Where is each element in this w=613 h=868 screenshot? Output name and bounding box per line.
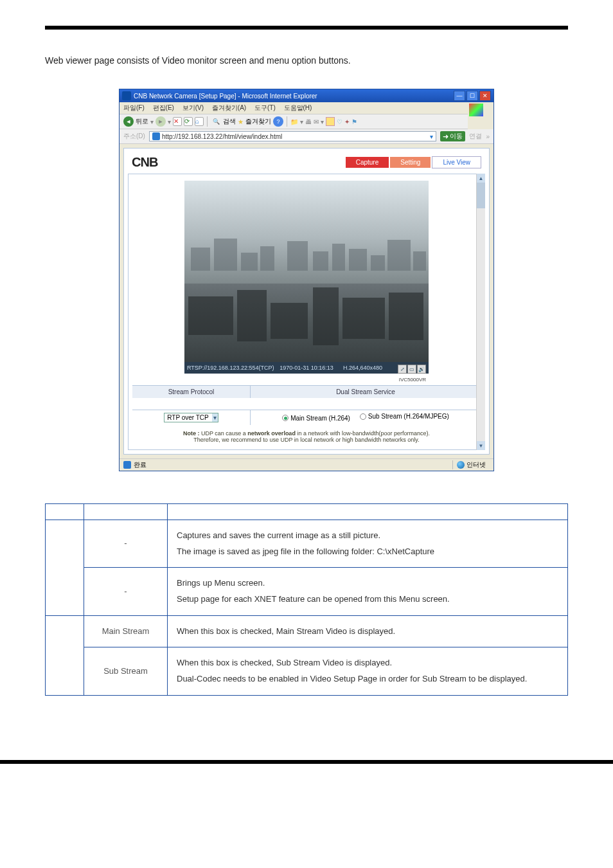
expand-icon[interactable]: ⤢	[398, 365, 407, 374]
scroll-up-icon[interactable]: ▲	[477, 174, 485, 183]
radio-selected-icon	[282, 415, 289, 421]
menu-tools[interactable]: 도구(T)	[254, 104, 276, 111]
table-row: Sub Stream When this box is checked, Sub…	[46, 647, 568, 695]
window-title: CNB Network Camera [Setup Page] - Micros…	[134, 93, 317, 100]
stop-icon[interactable]: ✕	[173, 117, 182, 126]
menu-file[interactable]: 파일(F)	[123, 104, 145, 111]
table-row: - Captures and saves the current image a…	[46, 520, 568, 568]
print-icon[interactable]: 🖶	[305, 118, 312, 125]
sub-stream-radio[interactable]: Sub Stream (H.264/MJPEG)	[360, 413, 449, 420]
divider-bottom	[0, 760, 613, 764]
scrollbar[interactable]: ▲ ▼	[476, 174, 485, 450]
links-chevron-icon[interactable]: »	[486, 133, 490, 140]
capture-button[interactable]: Capture	[346, 157, 389, 168]
heart-icon[interactable]: ♡	[337, 118, 342, 125]
forward-icon[interactable]: ►	[155, 116, 166, 127]
toolbar: ◄ 뒤로 ▾ ► ▾ ✕ ⟳ ⌂ 🔍 검색 ★ 즐겨찾기 ? 📁▾ 🖶 ✉▾ ♡…	[120, 114, 468, 129]
ie-icon	[122, 91, 131, 100]
r1-desc: Captures and saves the current image as …	[168, 520, 568, 568]
options-value-row: RTP over TCP Main Stream (H.264) Sub Str…	[132, 410, 481, 425]
radio-unselected-icon	[360, 413, 366, 420]
video-monitor: RTSP://192.168.123.22:554(TCP) 1970-01-3…	[184, 181, 429, 374]
overlay-rtsp: RTSP://192.168.123.22:554(TCP)	[187, 365, 274, 371]
cnb-logo: CNB	[132, 155, 157, 170]
r2-desc: Brings up Menu screen. Setup page for ea…	[168, 568, 568, 615]
browser-status-bar: 완료 인터넷	[120, 458, 493, 471]
model-label: IVC5000VR	[399, 377, 426, 383]
url-dropdown-icon[interactable]: ▾	[430, 133, 433, 140]
cnb-header: CNB Capture Setting Live View	[128, 152, 485, 172]
status-page-icon	[123, 461, 131, 469]
folder-icon[interactable]: 📁	[290, 118, 298, 125]
overlay-timestamp: 1970-01-31 10:16:13	[280, 365, 333, 371]
r4-sub: Sub Stream	[84, 647, 168, 695]
hdr-dual-stream: Dual Stream Service	[250, 386, 481, 398]
hdr-cell-3	[168, 504, 568, 520]
browser-window: CNB Network Camera [Setup Page] - Micros…	[119, 89, 494, 471]
windows-flag-icon	[469, 104, 483, 116]
table-row: Main Stream When this box is checked, Ma…	[46, 615, 568, 647]
r3-sub: Main Stream	[84, 615, 168, 647]
stream-protocol-value: RTP over TCP	[167, 414, 208, 421]
menu-fav[interactable]: 즐겨찾기(A)	[212, 104, 246, 111]
inner-panel: RTSP://192.168.123.22:554(TCP) 1970-01-3…	[128, 174, 485, 450]
status-zone: 인터넷	[466, 460, 486, 469]
url-text: http://192.168.123.22/html/view/index.ht…	[162, 133, 282, 140]
intro-text: Web viewer page consists of Video monito…	[45, 55, 568, 66]
r1-sub: -	[84, 520, 168, 568]
close-button[interactable]: ✕	[479, 91, 491, 101]
menu-bar: 파일(F) 편집(E) 보기(V) 즐겨찾기(A) 도구(T) 도움말(H)	[120, 102, 493, 114]
table-header-row	[46, 504, 568, 520]
table-row: - Brings up Menu screen. Setup page for …	[46, 568, 568, 615]
hdr-cell-1	[46, 504, 84, 520]
speaker-icon[interactable]: 🔊	[417, 365, 426, 374]
description-table: - Captures and saves the current image a…	[45, 503, 568, 696]
r4-desc: When this box is checked, Sub Stream Vid…	[168, 647, 568, 695]
go-arrow-icon: ➜	[443, 132, 449, 141]
options-header-row: Stream Protocol Dual Stream Service	[132, 385, 481, 398]
r2-sub: -	[84, 568, 168, 615]
mail-icon[interactable]: ✉	[314, 118, 319, 125]
minimize-button[interactable]: —	[454, 91, 465, 101]
stream-protocol-select[interactable]: RTP over TCP	[164, 413, 218, 422]
home-icon[interactable]: ⌂	[195, 117, 204, 126]
divider-top	[45, 26, 568, 30]
favorites-label[interactable]: 즐겨찾기	[245, 117, 271, 126]
favorites-icon[interactable]: ★	[238, 118, 244, 125]
back-label[interactable]: 뒤로	[136, 117, 148, 126]
help-icon[interactable]: ?	[273, 116, 283, 127]
links-label[interactable]: 연결	[469, 132, 482, 141]
page-content: CNB Capture Setting Live View	[123, 148, 490, 455]
net-icon[interactable]: ✦	[344, 118, 350, 125]
menu-help[interactable]: 도움말(H)	[284, 104, 312, 111]
r3-desc: When this box is checked, Main Stream Vi…	[168, 615, 568, 647]
video-status-strip: RTSP://192.168.123.22:554(TCP) 1970-01-3…	[184, 362, 429, 374]
main-stream-label: Main Stream (H.264)	[290, 415, 350, 422]
messenger-icon[interactable]: ⚑	[351, 118, 357, 125]
overlay-codec: H.264,640x480	[343, 365, 382, 371]
scroll-thumb[interactable]	[477, 183, 485, 208]
main-stream-radio[interactable]: Main Stream (H.264)	[282, 415, 350, 422]
menu-edit[interactable]: 편집(E)	[153, 104, 174, 111]
maximize-button[interactable]: ☐	[466, 91, 478, 101]
setting-button[interactable]: Setting	[390, 157, 431, 168]
notes-icon[interactable]	[326, 117, 335, 126]
page-icon	[152, 132, 160, 140]
refresh-icon[interactable]: ⟳	[184, 117, 193, 126]
hdr-stream-protocol: Stream Protocol	[132, 386, 250, 398]
address-bar: 주소(D) http://192.168.123.22/html/view/in…	[120, 129, 493, 144]
go-button[interactable]: ➜ 이동	[440, 131, 465, 141]
address-label: 주소(D)	[123, 132, 145, 141]
menu-view[interactable]: 보기(V)	[182, 104, 204, 111]
display-icon[interactable]: ▭	[407, 365, 416, 374]
note-text: Note : UDP can cause a network overload …	[132, 425, 481, 446]
group-stream-cell	[46, 615, 84, 695]
back-icon[interactable]: ◄	[123, 116, 134, 127]
scroll-down-icon[interactable]: ▼	[477, 441, 485, 450]
search-label[interactable]: 검색	[223, 117, 236, 126]
title-bar: CNB Network Camera [Setup Page] - Micros…	[120, 89, 493, 102]
address-input[interactable]: http://192.168.123.22/html/view/index.ht…	[149, 131, 437, 141]
liveview-button[interactable]: Live View	[432, 156, 481, 168]
search-icon[interactable]: 🔍	[211, 116, 221, 127]
internet-zone-icon	[457, 461, 465, 469]
